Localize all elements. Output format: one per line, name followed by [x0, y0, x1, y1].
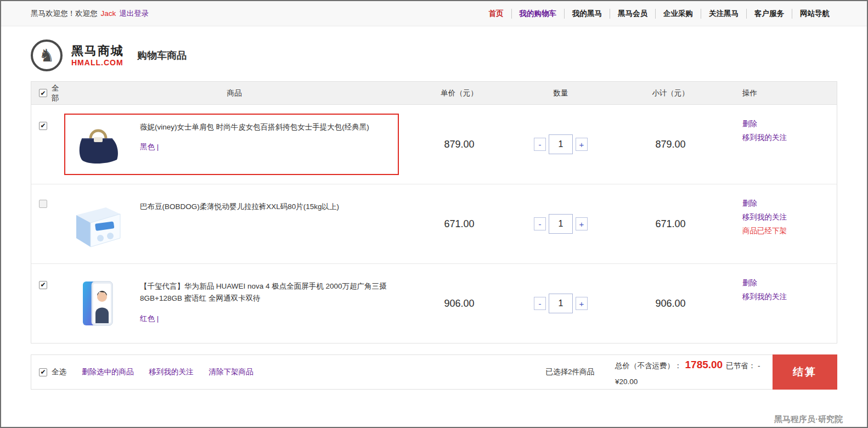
product-title[interactable]: 【千玺代言】华为新品 HUAWEI nova 4 极点全面屏手机 2000万超广…: [140, 280, 392, 305]
bulk-actions: 删除选中的商品 移到我的关注 清除下架商品: [66, 367, 253, 377]
quantity-increase-button[interactable]: +: [576, 138, 588, 151]
product-title[interactable]: 巴布豆(BOBDOG)柔薄悦动婴儿拉拉裤XXL码80片(15kg以上): [140, 201, 339, 213]
header-actions: 操作: [734, 88, 837, 98]
item-actions: 删除 移到我的关注: [734, 114, 837, 175]
clear-off-shelf-link[interactable]: 清除下架商品: [209, 367, 253, 377]
horse-logo-icon[interactable]: ♞: [31, 40, 63, 71]
total-label: 总价（不含运费）：: [615, 362, 682, 370]
product-image-handbag[interactable]: [71, 119, 126, 170]
select-all-checkbox[interactable]: [39, 368, 47, 376]
header-quantity: 数量: [514, 88, 607, 98]
header-select-all-label: 全部: [52, 83, 64, 103]
total-block: 总价（不含运费）：1785.00已节省： -¥20.00: [615, 355, 764, 389]
selected-count: 已选择2件商品: [545, 367, 594, 377]
brand-domain: HMALL.COM: [71, 58, 124, 67]
nav-item-customer-service[interactable]: 客户服务: [746, 9, 792, 19]
header-subtotal: 小计（元）: [607, 88, 734, 98]
nav-item-my-heima[interactable]: 我的黑马: [564, 9, 610, 19]
item-checkbox[interactable]: [39, 122, 47, 130]
delete-link[interactable]: 删除: [742, 278, 837, 288]
off-shelf-note: 商品已经下架: [742, 226, 837, 236]
item-check-cell: [31, 114, 64, 175]
unit-price: 671.00: [404, 218, 514, 230]
product-cell: 【千玺代言】华为新品 HUAWEI nova 4 极点全面屏手机 2000万超广…: [64, 273, 404, 334]
unit-price: 879.00: [404, 139, 514, 150]
nav-item-enterprise[interactable]: 企业采购: [655, 9, 701, 19]
cart-item-row-diapers: 巴布豆(BOBDOG)柔薄悦动婴儿拉拉裤XXL码80片(15kg以上) 671.…: [31, 184, 837, 264]
subtotal: 906.00: [607, 298, 734, 309]
quantity-stepper: - 1 +: [514, 294, 607, 313]
quantity-value[interactable]: 1: [549, 294, 573, 313]
quantity-value[interactable]: 1: [549, 134, 573, 154]
header-select-all-cell: 全部: [31, 83, 64, 103]
quantity-stepper: - 1 +: [514, 134, 607, 154]
item-actions: 删除 移到我的关注: [734, 273, 837, 334]
nav-item-sitemap[interactable]: 网站导航: [792, 9, 837, 19]
quantity-increase-button[interactable]: +: [576, 297, 588, 310]
watermark: 黑马程序员·研究院: [774, 414, 843, 425]
shopping-cart-page: 黑马欢迎您！欢迎您 Jack 退出登录 首页 我的购物车 我的黑马 黑马会员 企…: [0, 0, 868, 428]
logout-link[interactable]: 退出登录: [119, 9, 149, 19]
checkout-button[interactable]: 结算: [773, 354, 837, 390]
select-all-checkbox-header[interactable]: [39, 89, 47, 97]
product-cell: 巴布豆(BOBDOG)柔薄悦动婴儿拉拉裤XXL码80片(15kg以上): [64, 193, 404, 255]
quantity-decrease-button[interactable]: -: [534, 138, 546, 151]
nav-item-home[interactable]: 首页: [481, 9, 511, 19]
product-image-phone[interactable]: [71, 278, 126, 329]
top-navigation: 首页 我的购物车 我的黑马 黑马会员 企业采购 关注黑马 客户服务 网站导航: [481, 9, 838, 19]
subtotal: 879.00: [607, 139, 734, 150]
move-to-favorites-link[interactable]: 移到我的关注: [742, 212, 837, 222]
product-selection-box: 巴布豆(BOBDOG)柔薄悦动婴儿拉拉裤XXL码80片(15kg以上): [64, 193, 399, 255]
quantity-decrease-button[interactable]: -: [534, 217, 546, 230]
product-cell: 薇妮(viney)女士单肩包 时尚牛皮女包百搭斜挎包女士手提大包(经典黑) 黑色…: [64, 114, 404, 175]
header-unit-price: 单价（元）: [404, 88, 514, 98]
cart-item-row-handbag: 薇妮(viney)女士单肩包 时尚牛皮女包百搭斜挎包女士手提大包(经典黑) 黑色…: [31, 105, 837, 184]
quantity-value[interactable]: 1: [549, 214, 573, 234]
username: Jack: [101, 9, 116, 18]
cart-item-row-phone: 【千玺代言】华为新品 HUAWEI nova 4 极点全面屏手机 2000万超广…: [31, 264, 837, 343]
product-title[interactable]: 薇妮(viney)女士单肩包 时尚牛皮女包百搭斜挎包女士手提大包(经典黑): [140, 121, 369, 133]
move-to-favorites-link[interactable]: 移到我的关注: [742, 133, 837, 143]
delete-link[interactable]: 删除: [742, 199, 837, 209]
product-selection-box: 【千玺代言】华为新品 HUAWEI nova 4 极点全面屏手机 2000万超广…: [64, 273, 399, 334]
total-value: 1785.00: [685, 359, 723, 370]
header-product: 商品: [64, 88, 404, 98]
delete-link[interactable]: 删除: [742, 119, 837, 129]
item-check-cell: [31, 273, 64, 334]
item-check-cell: [31, 193, 64, 255]
quantity-stepper: - 1 +: [514, 214, 607, 234]
quantity-decrease-button[interactable]: -: [534, 297, 546, 310]
brand-name: 黑马商城: [71, 44, 124, 58]
item-actions: 删除 移到我的关注 商品已经下架: [734, 193, 837, 255]
move-to-favorites-link[interactable]: 移到我的关注: [742, 292, 837, 302]
product-variant-link[interactable]: 黑色 |: [140, 142, 159, 152]
top-bar: 黑马欢迎您！欢迎您 Jack 退出登录 首页 我的购物车 我的黑马 黑马会员 企…: [1, 1, 867, 26]
nav-item-my-cart[interactable]: 我的购物车: [511, 9, 565, 19]
quantity-increase-button[interactable]: +: [576, 217, 588, 230]
product-info: 【千玺代言】华为新品 HUAWEI nova 4 极点全面屏手机 2000万超广…: [140, 278, 392, 329]
nav-item-membership[interactable]: 黑马会员: [610, 9, 655, 19]
delete-selected-link[interactable]: 删除选中的商品: [82, 367, 134, 377]
page-header: ♞ 黑马商城 HMALL.COM 购物车商品: [1, 26, 867, 81]
move-selected-to-favorites-link[interactable]: 移到我的关注: [149, 367, 194, 377]
nav-item-follow[interactable]: 关注黑马: [701, 9, 746, 19]
item-checkbox[interactable]: [39, 281, 47, 289]
table-header: 全部 商品 单价（元） 数量 小计（元） 操作: [31, 82, 837, 105]
savings-label: 已节省：: [726, 362, 756, 370]
brand-text: 黑马商城 HMALL.COM: [71, 44, 124, 66]
product-info: 薇妮(viney)女士单肩包 时尚牛皮女包百搭斜挎包女士手提大包(经典黑) 黑色…: [140, 119, 369, 170]
product-info: 巴布豆(BOBDOG)柔薄悦动婴儿拉拉裤XXL码80片(15kg以上): [140, 199, 339, 249]
cart-footer-bar: 全选 删除选中的商品 移到我的关注 清除下架商品 已选择2件商品 总价（不含运费…: [31, 354, 837, 390]
item-checkbox[interactable]: [39, 200, 47, 208]
welcome-text: 黑马欢迎您！欢迎您: [31, 9, 98, 19]
cart-table: 全部 商品 单价（元） 数量 小计（元） 操作: [31, 81, 837, 343]
product-image-diapers[interactable]: [71, 199, 126, 249]
subtotal: 671.00: [607, 218, 734, 230]
page-title: 购物车商品: [137, 49, 187, 62]
product-selection-box: 薇妮(viney)女士单肩包 时尚牛皮女包百搭斜挎包女士手提大包(经典黑) 黑色…: [64, 114, 399, 175]
product-variant-link[interactable]: 红色 |: [140, 314, 159, 324]
select-all-label: 全选: [52, 367, 66, 377]
welcome-area: 黑马欢迎您！欢迎您 Jack 退出登录: [31, 9, 149, 19]
unit-price: 906.00: [404, 298, 514, 309]
